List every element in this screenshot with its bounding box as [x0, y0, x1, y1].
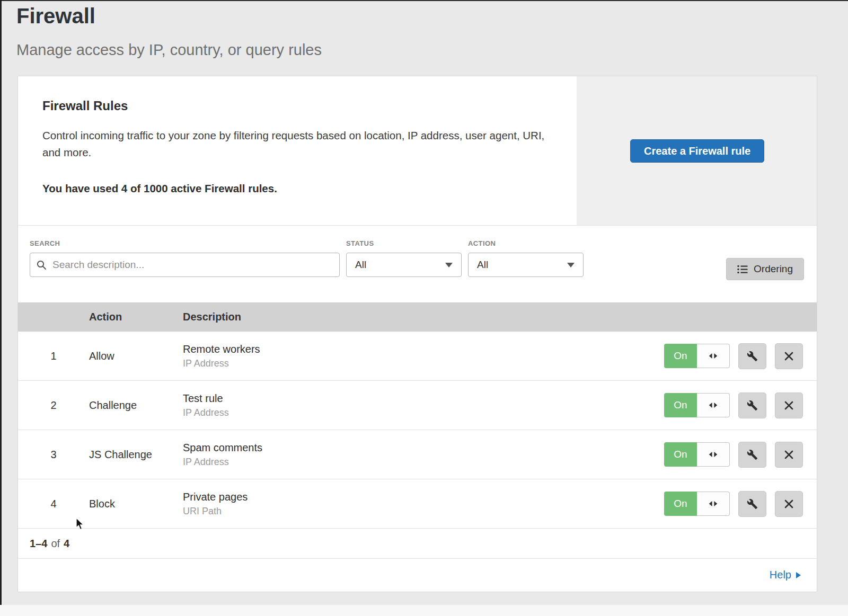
edit-rule-button[interactable] [738, 442, 766, 468]
delete-rule-button[interactable] [775, 442, 803, 468]
rule-match-type: URI Path [183, 506, 647, 517]
rules-usage-text: You have used 4 of 1000 active Firewall … [42, 182, 553, 195]
delete-rule-button[interactable] [775, 343, 803, 369]
action-select-value: All [477, 259, 488, 271]
page-title: Firewall [16, 4, 95, 28]
pagination-range: 1–4 [30, 538, 47, 550]
x-icon [784, 499, 794, 509]
search-input[interactable] [30, 253, 340, 277]
edit-rule-button[interactable] [738, 392, 766, 418]
filter-section: SEARCH STATUS All [18, 226, 817, 302]
table-row: 3 JS Challenge Spam comments IP Address … [18, 430, 817, 479]
create-firewall-rule-button[interactable]: Create a Firewall rule [630, 139, 764, 163]
rule-description-title: Private pages [183, 491, 647, 503]
table-header: Action Description [18, 302, 817, 332]
rule-number: 3 [18, 449, 89, 461]
toggle-handle[interactable] [697, 442, 730, 467]
rule-description: Test rule IP Address [183, 392, 647, 418]
toggle-handle-icon [709, 353, 718, 359]
card-title: Firewall Rules [42, 99, 553, 113]
card-description: Control incoming traffic to your zone by… [42, 127, 546, 161]
screen-edge-left [0, 0, 2, 616]
status-select[interactable]: All [346, 253, 462, 277]
toggle-handle[interactable] [697, 492, 730, 516]
x-icon [784, 400, 794, 410]
action-column-header: Action [89, 311, 183, 323]
rule-match-type: IP Address [183, 457, 647, 468]
pagination-total: 4 [64, 538, 69, 550]
help-link[interactable]: Help [770, 569, 801, 581]
toggle-on-label[interactable]: On [664, 344, 697, 368]
wrench-icon [747, 400, 758, 411]
chevron-down-icon [567, 263, 575, 267]
pagination-bar: 1–4 of 4 [18, 529, 817, 559]
toggle-on-label[interactable]: On [664, 492, 697, 516]
toggle-on-label[interactable]: On [664, 393, 697, 417]
table-row: 2 Challenge Test rule IP Address On [18, 381, 817, 430]
rule-controls: On [647, 343, 817, 369]
ordering-button-label: Ordering [754, 263, 793, 275]
screen-edge-bottom [0, 605, 848, 616]
delete-rule-button[interactable] [775, 392, 803, 418]
table-row: 1 Allow Remote workers IP Address On [18, 332, 817, 381]
help-link-label: Help [770, 569, 791, 581]
rule-number: 4 [18, 498, 89, 510]
rule-description: Remote workers IP Address [183, 343, 647, 369]
toggle-handle-icon [709, 501, 718, 507]
x-icon [784, 351, 794, 361]
card-header: Firewall Rules Control incoming traffic … [18, 76, 817, 226]
rule-description-title: Remote workers [183, 343, 647, 355]
edit-rule-button[interactable] [738, 343, 766, 369]
toggle-on-label[interactable]: On [664, 442, 697, 467]
page-subtitle: Manage access by IP, country, or query r… [16, 41, 322, 59]
rule-enabled-toggle[interactable]: On [664, 492, 730, 516]
rule-action: Block [89, 498, 183, 510]
rule-controls: On [647, 442, 817, 468]
search-label: SEARCH [30, 239, 340, 247]
search-filter-group: SEARCH [30, 239, 340, 277]
wrench-icon [747, 449, 758, 460]
action-select[interactable]: All [468, 253, 584, 277]
rule-description-title: Test rule [183, 392, 647, 405]
rule-controls: On [647, 392, 817, 418]
toggle-handle[interactable] [697, 344, 730, 368]
wrench-icon [747, 498, 758, 510]
wrench-icon [747, 351, 758, 362]
rule-enabled-toggle[interactable]: On [664, 393, 730, 417]
action-filter-group: ACTION All [468, 239, 584, 277]
rule-description-title: Spam comments [183, 442, 647, 454]
card-header-text: Firewall Rules Control incoming traffic … [18, 76, 553, 195]
toggle-handle-icon [709, 451, 718, 458]
description-column-header: Description [183, 311, 647, 323]
x-icon [784, 450, 794, 460]
firewall-page: Firewall Manage access by IP, country, o… [0, 0, 848, 616]
ordered-list-icon [737, 265, 748, 274]
rule-action: JS Challenge [89, 449, 183, 461]
ordering-button[interactable]: Ordering [726, 258, 804, 280]
rules-table-body: 1 Allow Remote workers IP Address On [18, 332, 817, 529]
card-footer: Help [18, 559, 817, 591]
rule-description: Private pages URI Path [183, 491, 647, 517]
status-filter-group: STATUS All [346, 239, 462, 277]
screen-edge-top [0, 0, 848, 1]
rule-action: Allow [89, 350, 183, 362]
help-arrow-icon [796, 572, 801, 578]
rule-controls: On [647, 491, 817, 517]
status-select-value: All [355, 259, 366, 271]
edit-rule-button[interactable] [738, 491, 766, 517]
rule-enabled-toggle[interactable]: On [664, 344, 730, 368]
chevron-down-icon [445, 263, 453, 267]
pagination-of: of [51, 538, 60, 550]
status-label: STATUS [346, 239, 462, 247]
delete-rule-button[interactable] [775, 491, 803, 517]
card-header-side-panel: Create a Firewall rule [577, 76, 817, 225]
rule-action: Challenge [89, 399, 183, 412]
toggle-handle[interactable] [697, 393, 730, 417]
firewall-rules-card: Firewall Rules Control incoming traffic … [17, 76, 817, 592]
rule-number: 2 [18, 399, 89, 412]
search-icon [36, 260, 47, 271]
rule-description: Spam comments IP Address [183, 442, 647, 468]
table-row: 4 Block Private pages URI Path On [18, 479, 817, 529]
rule-enabled-toggle[interactable]: On [664, 442, 730, 467]
rule-match-type: IP Address [183, 358, 647, 369]
